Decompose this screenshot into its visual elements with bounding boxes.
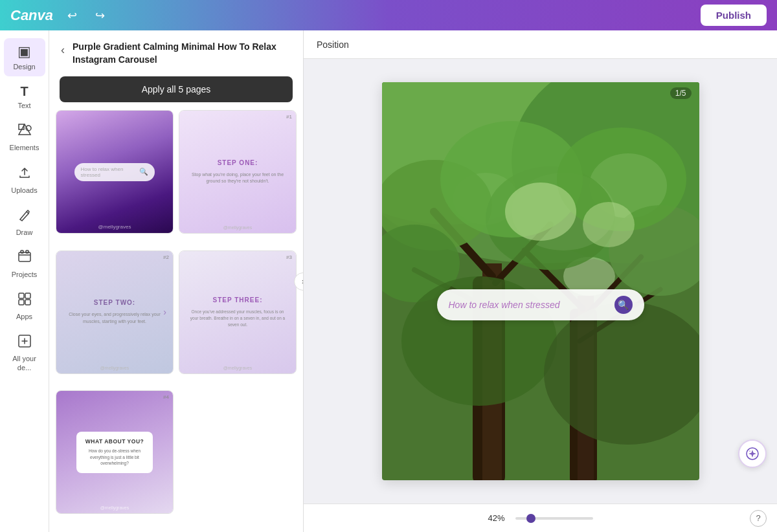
apply-all-button[interactable]: Apply all 5 pages [60,76,293,102]
canvas-frame[interactable]: 1/5 How to relax when stressed 🔍 [382,82,699,480]
svg-rect-5 [26,250,28,253]
template-card-1[interactable]: How to relax when stressed 🔍 @mellygrave… [56,110,174,234]
step-one-desc: Stop what you're doing, place your feet … [188,172,287,185]
sidebar-item-all[interactable]: All your de... [4,329,45,377]
svg-point-37 [505,183,576,241]
sidebar-item-draw[interactable]: Draw [4,203,45,242]
left-panel: ‹ Purple Gradient Calming Minimal How To… [49,30,304,532]
sidebar-icons: ▣ Design T Text Elements Uploads Draw [0,30,49,532]
draw-icon [17,208,32,226]
step-one-title: STEP ONE: [218,159,258,166]
zoom-slider[interactable] [515,517,593,520]
forest-background [382,82,699,480]
sidebar-item-elements[interactable]: Elements [4,118,45,157]
redo-button[interactable]: ↪ [91,6,109,25]
uploads-icon [17,166,32,184]
step-two-desc: Close your eyes, and progressively relax… [65,311,164,325]
help-button[interactable]: ? [750,510,767,527]
editor-area: Position [304,30,777,532]
canvas-container[interactable]: 1/5 How to relax when stressed 🔍 [304,59,777,504]
canvas-search-icon: 🔍 [614,296,633,314]
what-about-you-desc: How do you de-stress when everything is … [84,448,146,467]
all-icon [17,334,32,352]
svg-point-40 [749,450,750,452]
sidebar-item-apps-label: Apps [16,313,32,321]
bottom-bar: 42% ? [304,504,777,532]
undo-button[interactable]: ↩ [63,6,81,25]
svg-rect-7 [25,293,30,298]
sidebar-item-projects[interactable]: Projects [4,245,45,284]
sidebar-item-design[interactable]: ▣ Design [4,38,45,76]
template-card-4[interactable]: #3 STEP THREE: Once you've addressed you… [179,250,297,374]
svg-rect-8 [19,300,24,305]
canvas-search-bar[interactable]: How to relax when stressed 🔍 [437,289,644,320]
main-area: ▣ Design T Text Elements Uploads Draw [0,30,777,532]
publish-button[interactable]: Publish [701,5,767,26]
svg-point-38 [583,202,635,247]
page-indicator: 1/5 [670,87,692,99]
template-card-2[interactable]: #1 STEP ONE: Stop what you're doing, pla… [179,110,297,234]
what-about-you-title: WHAT ABOUT YOU? [84,438,146,445]
magic-button[interactable] [738,439,767,468]
sidebar-item-text-label: Text [17,102,30,110]
svg-rect-6 [19,293,24,298]
step-three-desc: Once you've addressed your muscles, focu… [188,309,287,327]
sidebar-item-design-label: Design [13,63,35,71]
editor-toolbar: Position [304,30,777,59]
template-card-5[interactable]: #4 WHAT ABOUT YOU? How do you de-stress … [56,390,174,514]
topbar: Canva ↩ ↪ Publish [0,0,777,30]
apps-icon [17,292,32,310]
svg-point-41 [754,456,755,456]
panel-header: ‹ Purple Gradient Calming Minimal How To… [49,30,303,71]
sidebar-item-projects-label: Projects [12,271,38,279]
panel-title: Purple Gradient Calming Minimal How To R… [73,41,293,66]
sidebar-item-draw-label: Draw [16,228,33,237]
canvas-search-text: How to relax when stressed [449,300,608,310]
projects-icon [17,250,32,268]
sidebar-item-uploads[interactable]: Uploads [4,161,45,200]
design-icon: ▣ [17,43,31,60]
zoom-label: 42% [488,513,504,523]
position-label: Position [317,39,349,50]
sidebar-item-uploads-label: Uploads [11,186,37,195]
sidebar-item-text[interactable]: T Text [4,79,45,115]
sidebar-item-all-label: All your de... [6,355,43,371]
sidebar-item-apps[interactable]: Apps [4,287,45,326]
topbar-left: Canva ↩ ↪ [10,6,109,25]
step-three-title: STEP THREE: [213,296,263,304]
sidebar-item-elements-label: Elements [10,144,39,152]
svg-rect-9 [25,300,30,305]
text-icon: T [20,84,28,99]
magic-wand-icon [745,447,760,461]
step-two-title: STEP TWO: [94,299,135,306]
back-button[interactable]: ‹ [60,42,66,58]
svg-rect-3 [19,252,30,261]
template-grid: How to relax when stressed 🔍 @mellygrave… [49,110,303,532]
svg-rect-4 [21,250,23,253]
elements-icon [17,123,32,141]
template-card-3[interactable]: #2 STEP TWO: Close your eyes, and progre… [56,250,174,374]
canva-logo: Canva [10,7,53,24]
